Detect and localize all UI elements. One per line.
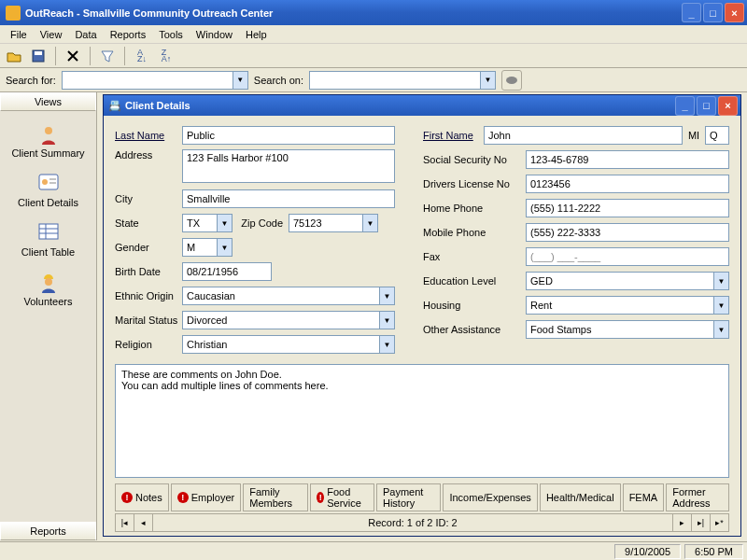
tab-payment[interactable]: Payment History [376,483,441,511]
religion-label: Religion [115,339,182,350]
tab-notes[interactable]: !Notes [115,483,169,511]
chevron-down-icon[interactable]: ▼ [713,297,728,314]
chevron-down-icon[interactable]: ▼ [233,72,247,89]
close-button[interactable]: × [725,3,744,22]
search-for-combo[interactable]: ▼ [62,71,248,90]
sidebar-reports-header[interactable]: Reports [0,522,96,540]
delete-icon[interactable] [63,46,83,66]
chevron-down-icon[interactable]: ▼ [217,215,232,231]
address-input[interactable]: 123 Falls Harbor #100 [182,149,395,183]
chevron-down-icon[interactable]: ▼ [480,72,495,89]
chevron-down-icon[interactable]: ▼ [379,336,394,353]
mdi-close-button[interactable]: × [718,96,738,116]
city-label: City [115,193,182,204]
housing-combo[interactable]: Rent▼ [526,296,729,315]
search-go-button[interactable] [501,70,522,91]
religion-combo[interactable]: Christian▼ [182,335,395,354]
sidebar-item-client-summary[interactable]: Client Summary [7,120,91,168]
search-on-combo[interactable]: ▼ [309,71,496,90]
sidebar-item-label: Client Summary [11,147,84,159]
menu-tools[interactable]: Tools [152,27,190,42]
menu-data[interactable]: Data [68,27,103,42]
tab-fema[interactable]: FEMA [623,483,665,511]
worker-icon [38,273,59,293]
first-name-input[interactable]: John [484,126,683,145]
save-icon[interactable] [28,46,49,66]
ssn-input[interactable]: 123-45-6789 [526,150,729,169]
home-phone-label: Home Phone [423,203,526,214]
chevron-down-icon[interactable]: ▼ [713,321,728,338]
sidebar-item-volunteers[interactable]: Volunteers [7,269,91,316]
home-phone-input[interactable]: (555) 111-2222 [526,199,729,217]
nav-last-button[interactable]: ▸| [691,514,710,531]
sidebar-item-label: Client Table [21,246,75,258]
alert-icon: ! [317,492,324,503]
edu-combo[interactable]: GED▼ [526,272,729,290]
nav-new-button[interactable]: ▸* [710,514,728,531]
separator [90,47,91,65]
nav-first-button[interactable]: |◂ [116,514,134,531]
last-name-input[interactable]: Public [182,126,395,145]
mi-input[interactable]: Q [705,126,729,145]
chevron-down-icon[interactable]: ▼ [379,312,394,329]
status-date: 9/10/2005 [614,544,681,559]
city-input[interactable]: Smallville [182,189,395,208]
mdi-maximize-button[interactable]: □ [697,96,716,116]
filter-icon[interactable] [97,46,118,66]
toolbar: AZ↓ ZA↑ [0,44,747,68]
nav-prev-button[interactable]: ◂ [134,514,153,531]
gender-combo[interactable]: M▼ [182,238,233,257]
birth-label: Birth Date [115,266,182,277]
mobile-phone-input[interactable]: (555) 222-3333 [526,223,729,242]
tab-income[interactable]: Income/Expenses [443,483,537,511]
menu-view[interactable]: View [34,27,69,42]
last-name-label[interactable]: Last Name [115,130,182,141]
ethnic-label: Ethnic Origin [115,290,182,301]
marital-combo[interactable]: Divorced▼ [182,311,395,329]
chevron-down-icon[interactable]: ▼ [217,239,232,256]
dl-input[interactable]: 0123456 [526,175,729,193]
state-combo[interactable]: TX▼ [182,214,233,232]
ethnic-combo[interactable]: Caucasian▼ [182,287,395,305]
zip-combo[interactable]: 75123▼ [289,214,378,232]
open-icon[interactable] [4,46,24,66]
sidebar-views-header[interactable]: Views [0,92,96,111]
chevron-down-icon[interactable]: ▼ [713,273,728,289]
marital-label: Marital Status [115,315,182,326]
alert-icon: ! [177,492,189,503]
mdi-minimize-button[interactable]: _ [675,96,695,116]
comments-textarea[interactable]: These are comments on John Doe. You can … [115,364,729,478]
nav-next-button[interactable]: ▸ [672,514,691,531]
menu-reports[interactable]: Reports [104,27,153,42]
assist-combo[interactable]: Food Stamps▼ [526,320,729,339]
chevron-down-icon[interactable]: ▼ [379,287,394,304]
status-time: 6:50 PM [684,544,743,559]
mdi-titlebar: 📇 Client Details _ □ × [104,95,740,116]
svg-point-2 [506,77,517,84]
maximize-button[interactable]: □ [703,3,723,22]
chevron-down-icon[interactable]: ▼ [362,215,377,231]
tab-former[interactable]: Former Address [666,483,729,511]
tab-employer[interactable]: !Employer [171,483,241,511]
menu-help[interactable]: Help [239,27,274,42]
tab-health[interactable]: Health/Medical [540,483,621,511]
sidebar-item-label: Client Details [18,197,78,208]
fax-label: Fax [423,251,526,262]
svg-point-3 [45,127,52,134]
sort-desc-icon[interactable]: ZA↑ [156,46,176,66]
tab-family[interactable]: Family Members [243,483,308,511]
zip-label: Zip Code [233,217,289,229]
fax-input[interactable]: (___) ___-____ [526,247,729,266]
birth-input[interactable]: 08/21/1956 [182,262,272,281]
menu-window[interactable]: Window [190,27,239,42]
sidebar-item-client-details[interactable]: Client Details [7,170,91,217]
alert-icon: ! [121,492,133,503]
tab-food[interactable]: !Food Service [310,483,374,511]
sort-asc-icon[interactable]: AZ↓ [132,46,152,66]
search-for-label: Search for: [6,75,56,86]
menu-file[interactable]: File [4,27,34,42]
first-name-label[interactable]: First Name [423,130,484,141]
statusbar: 9/10/2005 6:50 PM [0,541,747,560]
sidebar-item-client-table[interactable]: Client Table [7,219,91,267]
minimize-button[interactable]: _ [682,3,701,22]
